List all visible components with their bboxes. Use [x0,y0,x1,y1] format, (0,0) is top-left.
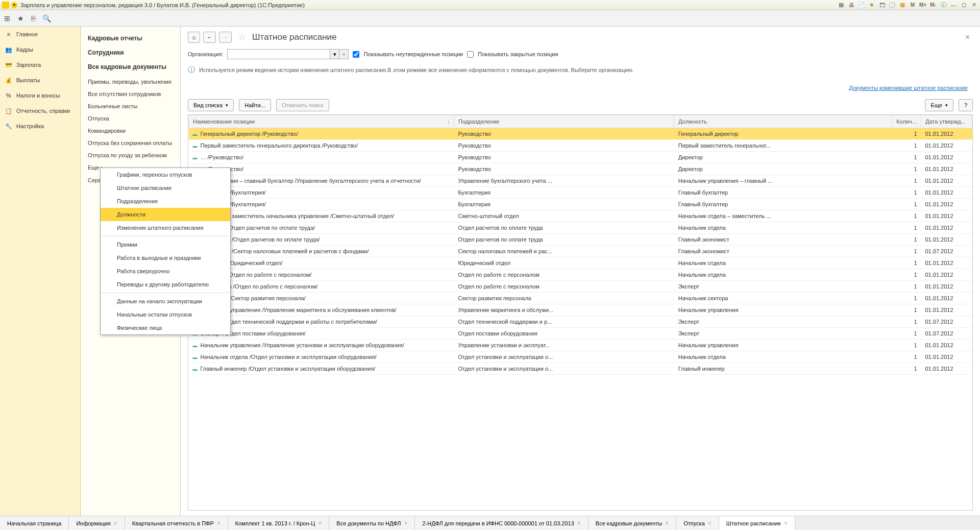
nav-item-0[interactable]: ≡Главное [0,27,80,42]
icon-star[interactable]: ★ [868,2,876,9]
table-row[interactable]: ▬… управления – главный бухгалтер /Управ… [189,175,972,187]
table-row[interactable]: ▬Эксперт /Отдел поставки оборудования/От… [189,328,972,340]
popup-item-7[interactable]: Работа сверхурочно [101,264,230,278]
table-row[interactable]: ▬…ухгалтер /Бухгалтерия/БухгалтерияГлавн… [189,187,972,199]
tab-close-icon[interactable]: × [217,520,220,527]
table-row[interactable]: ▬… отдела /Отдел расчетов по оплате труд… [189,222,972,234]
subnav-item-2[interactable]: Больничные листы [81,100,180,112]
help-button[interactable]: ? [959,99,973,111]
subnav-item-4[interactable]: Командировки [81,125,180,137]
tab-close-icon[interactable]: × [708,520,712,527]
table-row[interactable]: ▬… отдела /Отдел по работе с персоналом/… [189,269,972,281]
tab-close-icon[interactable]: × [577,520,581,527]
tab-1[interactable]: Информация× [69,516,125,530]
col-header-4[interactable]: Дата утвержд... [921,115,972,128]
close-button[interactable]: ✕ [970,2,978,9]
find-button[interactable]: Найти... [239,99,271,111]
table-row[interactable]: ▬Эксперт /Отдел технической поддержки и … [189,316,972,328]
org-combo[interactable]: ▾ ▫ [227,49,349,59]
table-row[interactable]: ▬…ухгалтер /Бухгалтерия/БухгалтерияГлавн… [189,199,972,210]
popup-item-3[interactable]: Должности [101,208,230,221]
col-header-0[interactable]: Наименование позиции [189,115,454,128]
icon-m-minus[interactable]: M- [929,2,937,9]
nav-item-2[interactable]: 💳Зарплата [0,57,80,73]
tab-5[interactable]: 2-НДФЛ для передачи в ИФНС 0000-000001 о… [415,516,588,530]
popup-item-11[interactable]: Физические лица [101,321,230,334]
popup-item-8[interactable]: Переводы к другому работодателю [101,278,230,291]
tab-close-icon[interactable]: × [318,520,322,527]
apps-icon[interactable]: ⊞ [4,14,10,22]
col-header-2[interactable]: Должность [674,115,892,128]
popup-item-0[interactable]: Графики, переносы отпусков [101,168,230,181]
close-page-button[interactable]: × [962,33,973,42]
icon-print[interactable]: 🖶 [847,2,855,9]
tab-close-icon[interactable]: × [114,520,117,527]
nav-item-6[interactable]: 🔧Настройка [0,118,80,134]
popup-item-4[interactable]: Изменения штатного расписания [101,221,230,234]
more-button[interactable]: Еще [925,99,953,111]
table-row[interactable]: ▬Начальник управления /Управление устано… [189,340,972,351]
subnav-item-3[interactable]: Отпуска [81,112,180,125]
tab-3[interactable]: Комплект 1 кв. 2013 г. / Крон-Ц× [228,516,330,530]
popup-item-5[interactable]: Премии [101,238,230,251]
tab-close-icon[interactable]: × [784,520,788,527]
org-dropdown-button[interactable]: ▾ [330,50,339,59]
star-icon[interactable]: ☆ [238,32,246,43]
tab-2[interactable]: Квартальная отчетность в ПФР× [125,516,228,530]
col-header-3[interactable]: Колич... [892,115,921,128]
popup-item-2[interactable]: Подразделения [101,195,230,208]
tab-8[interactable]: Штатное расписание× [719,516,795,530]
favorites-icon[interactable]: ★ [17,14,24,22]
table-row[interactable]: ▬… /Руководство/РуководствоДиректор101.0… [189,152,972,163]
tab-close-icon[interactable]: × [665,520,669,527]
icon-m-plus[interactable]: M+ [919,2,927,9]
table-row[interactable]: ▬Начальник отдела /Отдел установки и экс… [189,351,972,363]
icon-grid[interactable]: ▦ [837,2,845,9]
table-row[interactable]: ▬… отдела – заместитель начальника управ… [189,210,972,222]
history-icon[interactable]: ⎘ [31,14,35,22]
icon-doc[interactable]: 📄 [857,2,866,9]
table-row[interactable]: ▬… сектора /Сектор развития персонала/Се… [189,293,972,304]
home-button[interactable]: ⌂ [188,32,200,43]
dropdown-icon[interactable]: ▾ [11,2,17,8]
org-open-button[interactable]: ▫ [339,50,348,59]
maximize-button[interactable]: ◻ [960,2,968,9]
popup-item-1[interactable]: Штатное расписание [101,181,230,195]
icon-m[interactable]: M [909,2,917,9]
tab-0[interactable]: Начальная страница [0,516,69,530]
back-button[interactable]: ← [203,32,216,43]
tab-7[interactable]: Отпуска× [676,516,719,530]
table-row[interactable]: ▬Первый заместитель генерального директо… [189,140,972,152]
nav-item-4[interactable]: %Налоги и взносы [0,88,80,103]
minimize-button[interactable]: — [949,2,958,9]
tab-4[interactable]: Все документы по НДФЛ× [329,516,415,530]
forward-button[interactable]: → [219,32,232,43]
nav-item-5[interactable]: 📋Отчетность, справки [0,103,80,118]
table-row[interactable]: ▬Генеральный директор /Руководство/Руков… [189,128,972,140]
subnav-item-5[interactable]: Отпуска без сохранения оплаты [81,137,180,149]
table-row[interactable]: ▬…кономист /Отдел расчетов по оплате тру… [189,234,972,246]
table-row[interactable]: ▬Начальник управления /Управление маркет… [189,304,972,316]
table-row[interactable]: ▬… /Руководство/РуководствоДиректор101.0… [189,163,972,175]
table-row[interactable]: ▬…категории /Отдел по работе с персонало… [189,281,972,293]
popup-item-6[interactable]: Работа в выходные и праздники [101,251,230,264]
col-header-1[interactable]: Подразделение [454,115,674,128]
view-mode-button[interactable]: Вид списка [188,99,234,111]
subnav-item-0[interactable]: Приемы, переводы, увольнения [81,76,180,88]
nav-item-1[interactable]: 👥Кадры [0,42,80,57]
table-row[interactable]: ▬…кономист /Сектор налоговых платежей и … [189,246,972,257]
nav-item-3[interactable]: 💰Выплаты [0,73,80,88]
org-input[interactable] [228,50,330,59]
subnav-header-employees[interactable]: Сотрудники [81,47,180,61]
subnav-item-1[interactable]: Все отсутствия сотрудников [81,88,180,100]
chk-closed[interactable] [467,51,474,58]
popup-item-10[interactable]: Начальные остатки отпусков [101,308,230,321]
history-docs-link[interactable]: Документы изменившие штатное расписание [849,85,968,91]
popup-item-9[interactable]: Данные на начало эксплуатации [101,295,230,308]
cancel-find-button[interactable]: Отменить поиск [276,99,329,111]
icon-clock[interactable]: 🕒 [888,2,896,9]
search-icon[interactable]: 🔍 [42,14,51,22]
tab-6[interactable]: Все кадровые документы× [589,516,676,530]
table-row[interactable]: ▬Главный инженер /Отдел установки и эксп… [189,363,972,375]
icon-calc[interactable]: 🗔 [878,2,886,9]
